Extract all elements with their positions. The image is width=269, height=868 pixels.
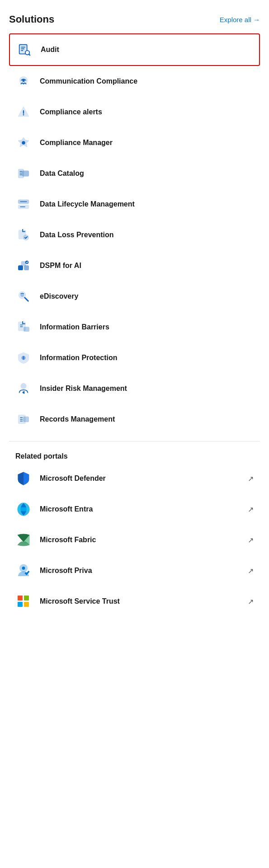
data-catalog-label: Data Catalog — [40, 169, 84, 178]
compliance-alerts-icon — [15, 104, 32, 120]
solution-item-data-catalog[interactable]: Data Catalog — [9, 158, 260, 189]
external-link-icon-entra: ↗ — [248, 505, 254, 514]
svg-point-45 — [22, 567, 25, 570]
insider-risk-management-label: Insider Risk Management — [40, 385, 127, 393]
insider-risk-management-icon — [15, 380, 32, 397]
svg-point-11 — [22, 141, 25, 145]
svg-point-43 — [18, 507, 30, 511]
portals-list: Microsoft Defender ↗ Microsoft Entra ↗ — [9, 463, 260, 617]
ediscovery-icon — [15, 288, 32, 305]
portal-item-microsoft-entra[interactable]: Microsoft Entra ↗ — [9, 494, 260, 525]
microsoft-priva-icon — [15, 563, 32, 579]
svg-line-29 — [25, 298, 28, 301]
svg-point-28 — [20, 293, 24, 297]
portal-item-microsoft-fabric[interactable]: Microsoft Fabric ↗ — [9, 525, 260, 555]
communication-compliance-icon — [15, 73, 32, 89]
solution-item-ediscovery[interactable]: eDiscovery — [9, 281, 260, 312]
compliance-manager-label: Compliance Manager — [40, 139, 113, 147]
records-management-icon — [15, 411, 32, 427]
solution-item-compliance-alerts[interactable]: Compliance alerts — [9, 97, 260, 127]
svg-rect-38 — [24, 417, 28, 422]
microsoft-service-trust-icon — [15, 593, 32, 610]
solution-item-compliance-manager[interactable]: Compliance Manager — [9, 127, 260, 158]
svg-point-8 — [22, 79, 25, 82]
microsoft-fabric-icon — [15, 532, 32, 548]
explore-all-link[interactable]: Explore all → — [220, 16, 260, 23]
external-link-icon-service-trust: ↗ — [248, 597, 254, 606]
data-loss-prevention-label: Data Loss Prevention — [40, 231, 114, 239]
ediscovery-label: eDiscovery — [40, 292, 78, 300]
solution-item-information-barriers[interactable]: Information Barriers — [9, 312, 260, 343]
main-container: Solutions Explore all → Audit — [0, 0, 269, 635]
microsoft-defender-label: Microsoft Defender — [40, 474, 240, 483]
data-catalog-icon — [15, 165, 32, 182]
external-link-icon-priva: ↗ — [248, 567, 254, 575]
external-link-icon-fabric: ↗ — [248, 536, 254, 544]
data-lifecycle-management-icon — [15, 196, 32, 212]
communication-compliance-label: Communication Compliance — [40, 77, 137, 85]
microsoft-entra-icon — [15, 501, 32, 517]
audit-label: Audit — [41, 46, 59, 54]
external-link-icon-defender: ↗ — [248, 474, 254, 483]
solution-item-data-lifecycle-management[interactable]: Data Lifecycle Management — [9, 189, 260, 220]
microsoft-defender-icon — [15, 470, 32, 487]
microsoft-fabric-label: Microsoft Fabric — [40, 536, 240, 544]
compliance-alerts-label: Compliance alerts — [40, 108, 102, 116]
svg-rect-31 — [24, 327, 29, 331]
solution-item-records-management[interactable]: Records Management — [9, 404, 260, 435]
svg-rect-23 — [19, 266, 23, 270]
solution-item-data-loss-prevention[interactable]: Data Loss Prevention — [9, 220, 260, 250]
solutions-list: Audit Communication Compliance — [9, 33, 260, 435]
svg-rect-24 — [24, 266, 28, 270]
data-loss-prevention-icon — [15, 227, 32, 243]
svg-rect-13 — [23, 171, 28, 176]
solution-item-information-protection[interactable]: Information Protection — [9, 343, 260, 373]
information-protection-label: Information Protection — [40, 354, 118, 362]
solution-item-dspm-for-ai[interactable]: DSPM for AI — [9, 250, 260, 281]
data-lifecycle-management-label: Data Lifecycle Management — [40, 200, 135, 208]
microsoft-entra-label: Microsoft Entra — [40, 505, 240, 513]
compliance-manager-icon — [15, 135, 32, 151]
related-portals-title: Related portals — [9, 448, 260, 463]
section-divider — [9, 441, 260, 441]
solution-item-audit[interactable]: Audit — [9, 33, 260, 66]
microsoft-priva-label: Microsoft Priva — [40, 567, 240, 575]
svg-point-36 — [21, 384, 26, 389]
dspm-for-ai-icon — [15, 258, 32, 274]
solution-item-communication-compliance[interactable]: Communication Compliance — [9, 66, 260, 97]
solution-item-insider-risk-management[interactable]: Insider Risk Management — [9, 373, 260, 404]
svg-rect-25 — [21, 262, 25, 266]
information-barriers-label: Information Barriers — [40, 323, 109, 331]
dspm-for-ai-label: DSPM for AI — [40, 262, 81, 270]
records-management-label: Records Management — [40, 415, 115, 423]
svg-point-10 — [23, 114, 24, 116]
svg-line-6 — [29, 54, 30, 55]
portal-item-microsoft-priva[interactable]: Microsoft Priva ↗ — [9, 555, 260, 586]
audit-icon — [16, 42, 33, 58]
portal-item-microsoft-service-trust[interactable]: Microsoft Service Trust ↗ — [9, 586, 260, 617]
page-title: Solutions — [9, 14, 54, 25]
information-barriers-icon — [15, 319, 32, 335]
microsoft-service-trust-label: Microsoft Service Trust — [40, 597, 240, 605]
portal-item-microsoft-defender[interactable]: Microsoft Defender ↗ — [9, 463, 260, 494]
header: Solutions Explore all → — [9, 14, 260, 25]
information-protection-icon — [15, 350, 32, 366]
